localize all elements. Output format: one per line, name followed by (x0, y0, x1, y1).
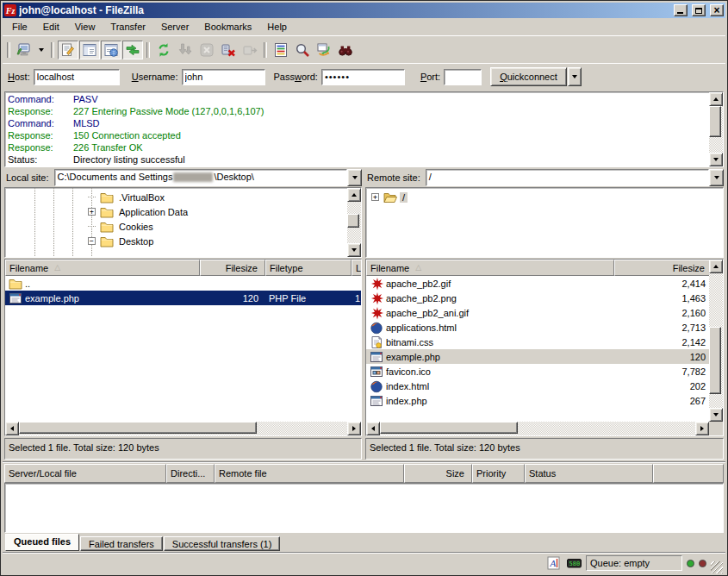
tree-item-desktop[interactable]: −Desktop (5, 234, 347, 248)
toolbar-compare-button[interactable] (292, 41, 313, 59)
file-row-bitnami-css[interactable]: bitnami.css2,142 (366, 335, 709, 349)
minimize-button[interactable] (674, 4, 688, 16)
tree-item-virtualbox[interactable]: .VirtualBox (5, 190, 347, 204)
scrollbar-track[interactable] (347, 202, 361, 243)
scrollbar-track[interactable] (380, 422, 695, 435)
queue-column-header-status[interactable]: Status (525, 464, 653, 483)
tab-queued-files[interactable]: Queued files (5, 534, 79, 551)
remote-path-dropdown-button[interactable] (709, 169, 724, 186)
remote-list-hscrollbar[interactable] (366, 422, 709, 435)
local-path-combobox[interactable]: C:\Documents and Settings\Desktop\ (54, 169, 362, 186)
column-header-filename[interactable]: Filename△ (366, 260, 614, 276)
scrollbar-thumb[interactable] (347, 214, 359, 228)
tab-successful-transfers-1[interactable]: Successful transfers (1) (164, 536, 281, 551)
scrollbar-thumb[interactable] (709, 106, 721, 137)
toolbar-cancel-button[interactable] (196, 41, 217, 59)
column-header-filename[interactable]: Filename△ (5, 260, 200, 276)
toolbar-site-manager-dropdown-button[interactable] (35, 41, 47, 59)
file-row-[interactable]: .. (5, 276, 361, 291)
menu-item-server[interactable]: Server (153, 19, 196, 34)
resize-grip[interactable] (711, 561, 723, 573)
scrollbar-thumb[interactable] (709, 327, 721, 394)
file-row-apache-pb2-gif[interactable]: apache_pb2.gif2,414 (366, 276, 709, 291)
toolbar-toggle-local-tree-button[interactable] (79, 41, 100, 59)
local-list-body[interactable]: ..example.php120PHP File1 (5, 276, 361, 422)
file-row-apache-pb2-ani-gif[interactable]: apache_pb2_ani.gif2,160 (366, 305, 709, 320)
menu-item-edit[interactable]: Edit (35, 19, 67, 34)
tree-item-application-data[interactable]: +Application Data (5, 204, 347, 219)
tree-item-cookies[interactable]: Cookies (5, 219, 347, 234)
host-input[interactable] (34, 69, 120, 85)
username-input[interactable] (182, 69, 265, 85)
tab-failed-transfers[interactable]: Failed transfers (80, 536, 163, 551)
local-path-dropdown-button[interactable] (347, 169, 362, 186)
menu-item-file[interactable]: File (4, 19, 35, 34)
toolbar-sync-browsing-button[interactable] (314, 41, 334, 59)
scroll-left-button[interactable] (5, 422, 19, 435)
toolbar-site-manager-button[interactable] (14, 41, 34, 59)
scrollbar-thumb[interactable] (380, 422, 518, 434)
column-header-filesize[interactable]: Filesize (200, 260, 265, 276)
queue-column-header-server-local-file[interactable]: Server/Local file (4, 464, 166, 483)
scroll-right-button[interactable] (695, 422, 709, 435)
file-row-favicon-ico[interactable]: favicon.ico7,782 (366, 364, 709, 379)
message-log-scrollbar[interactable] (709, 92, 723, 166)
toolbar-reconnect-button[interactable] (240, 41, 260, 59)
file-row-applications-html[interactable]: applications.html2,713 (366, 320, 709, 335)
transfer-queue-body[interactable] (4, 483, 724, 533)
menu-item-help[interactable]: Help (259, 19, 295, 34)
remote-path-combobox[interactable]: / (426, 169, 724, 186)
password-input[interactable] (321, 69, 405, 85)
file-row-apache-pb2-png[interactable]: apache_pb2.png1,463 (366, 291, 709, 305)
queue-column-header-size[interactable]: Size (404, 464, 472, 483)
local-list-hscrollbar[interactable] (5, 422, 361, 435)
menu-item-transfer[interactable]: Transfer (103, 19, 153, 34)
scroll-down-button[interactable] (709, 153, 723, 166)
expand-toggle-icon[interactable]: + (88, 208, 96, 216)
scrollbar-track[interactable] (709, 106, 723, 153)
scroll-down-button[interactable] (347, 243, 361, 257)
file-row-example-php[interactable]: example.php120PHP File1 (5, 291, 361, 305)
column-header-filetype[interactable]: Filetype (265, 260, 352, 276)
scroll-down-button[interactable] (709, 408, 723, 422)
scroll-left-button[interactable] (366, 422, 380, 435)
scroll-up-button[interactable] (709, 92, 723, 106)
quickconnect-dropdown-button[interactable] (568, 67, 582, 86)
transfer-type-icon[interactable]: A (546, 556, 562, 570)
file-row-index-php[interactable]: index.php267 (366, 393, 709, 408)
port-input[interactable] (444, 69, 482, 85)
remote-list-vscrollbar[interactable] (709, 260, 723, 422)
collapse-toggle-icon[interactable]: − (88, 237, 96, 245)
queue-column-header-priority[interactable]: Priority (472, 464, 525, 483)
menu-item-view[interactable]: View (67, 19, 103, 34)
toolbar-toggle-remote-tree-button[interactable] (101, 41, 121, 59)
toolbar-toggle-queue-button[interactable] (122, 41, 143, 59)
tree-item-[interactable]: +/ (366, 190, 723, 204)
quickconnect-button[interactable]: Quickconnect (490, 67, 567, 86)
menu-item-bookmarks[interactable]: Bookmarks (196, 19, 259, 34)
column-header-l[interactable]: L (352, 260, 361, 276)
toolbar-refresh-button[interactable] (153, 41, 174, 59)
expand-toggle-icon[interactable]: + (371, 193, 379, 201)
toolbar-disconnect-button[interactable] (218, 41, 239, 59)
file-row-index-html[interactable]: index.html202 (366, 379, 709, 393)
queue-column-header-directi[interactable]: Directi... (166, 464, 215, 483)
local-path-value[interactable]: C:\Documents and Settings\Desktop\ (54, 169, 347, 186)
column-header-filesize[interactable]: Filesize (614, 260, 709, 276)
titlebar[interactable]: Fz john@localhost - FileZilla × (3, 3, 725, 18)
toolbar-find-files-button[interactable] (335, 41, 356, 59)
remote-list-body[interactable]: apache_pb2.gif2,414apache_pb2.png1,463ap… (366, 276, 709, 422)
toolbar-toggle-log-button[interactable] (58, 41, 78, 59)
scroll-up-button[interactable] (347, 188, 361, 202)
scroll-right-button[interactable] (347, 422, 361, 435)
scrollbar-thumb[interactable] (19, 422, 257, 434)
file-row-example-php[interactable]: example.php120 (366, 349, 709, 364)
maximize-button[interactable] (692, 4, 706, 16)
local-tree-scrollbar[interactable] (347, 188, 361, 257)
toolbar-process-queue-button[interactable] (175, 41, 196, 59)
toolbar-filter-button[interactable] (271, 41, 291, 59)
scroll-up-button[interactable] (709, 260, 723, 273)
scrollbar-track[interactable] (709, 273, 723, 408)
queue-column-header-remote-file[interactable]: Remote file (215, 464, 404, 483)
close-button[interactable]: × (710, 4, 724, 16)
